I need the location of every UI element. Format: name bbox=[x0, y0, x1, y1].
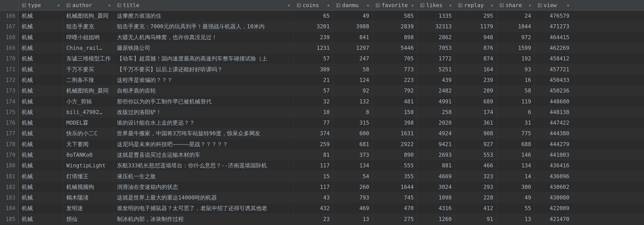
header-title[interactable]: title ◆ bbox=[114, 0, 294, 10]
cell-rownum: 166 bbox=[0, 11, 19, 21]
table-row[interactable]: 176机械MODEL霖谁的设计能在水上走的更远？？773153982020361… bbox=[0, 118, 644, 128]
cell-replay: 876 bbox=[455, 43, 496, 53]
cell-coins: 21 bbox=[294, 75, 333, 85]
sort-icon[interactable]: ◆ bbox=[108, 3, 111, 8]
cell-rownum: 184 bbox=[0, 203, 19, 213]
cell-type: 机械 bbox=[19, 107, 63, 117]
cell-rownum: 175 bbox=[0, 107, 19, 117]
table-row[interactable]: 184机械发明迷谁发明的电子捕鼠器？太可恶了，老鼠中招了还得引诱其他老43246… bbox=[0, 203, 644, 214]
cell-type: 机械 bbox=[19, 139, 63, 149]
cell-title: 液压机一生之敌 bbox=[114, 171, 294, 181]
header-likes[interactable]: likes ◆ bbox=[417, 0, 455, 10]
cell-favorite: 150 bbox=[372, 107, 417, 117]
cell-coins: 32 bbox=[294, 96, 333, 106]
table-row[interactable]: 170机械东诚三维模型工作【动车】超震撼！国内速度最高的高速列车整车碰撞试验（上… bbox=[0, 53, 644, 64]
cell-favorite: 481 bbox=[372, 96, 417, 106]
header-coins[interactable]: coins ◆ bbox=[294, 0, 333, 10]
cell-share: 972 bbox=[496, 32, 534, 42]
cell-view: 421470 bbox=[534, 214, 572, 224]
cell-share: 775 bbox=[496, 128, 534, 139]
header-label: share bbox=[506, 2, 528, 8]
sort-icon[interactable]: ◆ bbox=[57, 3, 60, 8]
table-row[interactable]: 173机械机械图纸狗_聂同自相矛盾的齿轮57927922482209584502… bbox=[0, 85, 644, 96]
cell-danmu: 841 bbox=[333, 32, 372, 42]
cell-favorite: 792 bbox=[372, 85, 417, 96]
cell-title: 大疆无人机掏马蜂窝，也许你真没见过！ bbox=[114, 32, 294, 42]
cell-coins: 3201 bbox=[294, 21, 333, 32]
cell-replay: 295 bbox=[455, 11, 496, 21]
sort-icon[interactable]: ◆ bbox=[449, 3, 452, 8]
sort-icon[interactable]: ◆ bbox=[411, 3, 414, 8]
cell-view: 457721 bbox=[534, 64, 572, 74]
header-view[interactable]: view ◆ bbox=[534, 0, 572, 10]
cell-coins: 259 bbox=[294, 139, 333, 149]
header-danmu[interactable]: danmu ◆ bbox=[333, 0, 372, 10]
table-header-row: type ◆ author ◆ title ◆ coins ◆ danmu ◆ … bbox=[0, 0, 644, 11]
sort-icon[interactable]: ◆ bbox=[567, 3, 569, 8]
sort-icon[interactable]: ◆ bbox=[327, 3, 330, 8]
table-row[interactable]: 172机械二荆条不辣这程序是谁编的？？？21124223439239164504… bbox=[0, 75, 644, 85]
table-row[interactable]: 180机械WingtipLight东航333机长怒怼遥墙塔台：你什么意思？--济… bbox=[0, 160, 644, 171]
header-rownum[interactable] bbox=[0, 0, 19, 10]
table-row[interactable]: 182机械机械视频狗润滑油在变速箱内的状态1172601644302429330… bbox=[0, 182, 644, 192]
header-type[interactable]: type ◆ bbox=[19, 0, 63, 10]
sort-icon[interactable]: ◆ bbox=[491, 3, 493, 8]
cell-share: 24 bbox=[496, 11, 534, 21]
header-favorite[interactable]: favorite ◆ bbox=[372, 0, 417, 10]
column-icon bbox=[376, 3, 380, 8]
cell-favorite: 470 bbox=[372, 203, 417, 213]
table-row[interactable]: 168机械哔哩小姐姐哟大疆无人机掏马蜂窝，也许你真没见过！23984189828… bbox=[0, 32, 644, 43]
table-row[interactable]: 167机械狙击手麦克狙击手麦克：7000元的玩具到手！最强战斗机器人，10米内3… bbox=[0, 21, 644, 32]
sort-icon[interactable]: ◆ bbox=[367, 3, 369, 8]
cell-rownum: 169 bbox=[0, 43, 19, 53]
cell-author: 鶴木陽渚 bbox=[63, 192, 114, 203]
cell-type: 机械 bbox=[19, 96, 63, 106]
cell-danmu: 681 bbox=[333, 139, 372, 149]
header-share[interactable]: share ◆ bbox=[496, 0, 534, 10]
table-row[interactable]: 171机械千万不要买【千万不要买】以后上课还能好好听课吗？30958773525… bbox=[0, 64, 644, 75]
table-row[interactable]: 178机械天下要闻这尼玛是未来的科技吧~~~~~星战？？？？？259681292… bbox=[0, 139, 644, 150]
cell-share: 146 bbox=[496, 150, 534, 160]
table-row[interactable]: 183机械鶴木陽渚这就是世界上最大的重达14000吨的机器43793745109… bbox=[0, 192, 644, 203]
cell-title: 改版过的洛阳铲！ bbox=[114, 107, 294, 117]
table-row[interactable]: 175机械bili_47902…改版过的洛阳铲！1081502581746448… bbox=[0, 107, 644, 118]
cell-replay: 412 bbox=[455, 203, 496, 213]
table-row[interactable]: 166机械机械图纸狗_聂同这摩擦力谁顶的住6549585133529524476… bbox=[0, 11, 644, 21]
cell-replay: 164 bbox=[455, 64, 496, 74]
table-row[interactable]: 169机械China_rail…藤原铁路公司123112975446705387… bbox=[0, 43, 644, 53]
cell-danmu: 600 bbox=[333, 128, 372, 139]
cell-view: 476579 bbox=[534, 11, 572, 21]
cell-likes: 881 bbox=[417, 160, 455, 171]
cell-view: 450236 bbox=[534, 85, 572, 96]
data-table: type ◆ author ◆ title ◆ coins ◆ danmu ◆ … bbox=[0, 0, 644, 224]
svg-rect-0 bbox=[22, 4, 26, 7]
cell-type: 机械 bbox=[19, 192, 63, 203]
table-row[interactable]: 177机械快乐的小二C世界最牛搬家，中国将3万吨车站旋转90度，惊呆众多网友37… bbox=[0, 128, 644, 139]
table-row[interactable]: 174机械小方_剪辑那些你以为的手工制作早已被机械替代3213248149916… bbox=[0, 96, 644, 107]
header-label: replay bbox=[464, 2, 490, 8]
cell-view: 444279 bbox=[534, 139, 572, 149]
sort-icon[interactable]: ◆ bbox=[288, 3, 290, 8]
cell-author: 灯塔懂王 bbox=[63, 171, 114, 181]
cell-likes: 9421 bbox=[417, 139, 455, 149]
table-row[interactable]: 185机械拐仙制冰机内部，冰块制作过程231327512609113421470 bbox=[0, 214, 644, 224]
header-label: view bbox=[544, 2, 566, 8]
cell-share: 1044 bbox=[496, 21, 534, 32]
cell-rownum: 178 bbox=[0, 139, 19, 149]
cell-danmu: 247 bbox=[333, 53, 372, 64]
sort-icon[interactable]: ◆ bbox=[529, 3, 531, 8]
header-replay[interactable]: replay ◆ bbox=[455, 0, 496, 10]
cell-title: 【动车】超震撼！国内速度最高的高速列车整车碰撞试验（上 bbox=[114, 53, 294, 64]
table-row[interactable]: 181机械灯塔懂王液压机一生之敌1554355466932314436096 bbox=[0, 171, 644, 182]
cell-share: 49 bbox=[496, 192, 534, 203]
cell-likes: 4991 bbox=[417, 96, 455, 106]
cell-replay: 91 bbox=[455, 214, 496, 224]
cell-likes: 5251 bbox=[417, 64, 455, 74]
cell-view: 462269 bbox=[534, 43, 572, 53]
table-row[interactable]: 179机械0oTANKo0这就是曹县说买过去运输木材的车813738902693… bbox=[0, 150, 644, 160]
cell-author: 狙击手麦克 bbox=[63, 21, 114, 32]
header-label: type bbox=[28, 2, 56, 8]
cell-type: 机械 bbox=[19, 118, 63, 128]
header-author[interactable]: author ◆ bbox=[63, 0, 114, 10]
header-label: title bbox=[123, 2, 287, 8]
